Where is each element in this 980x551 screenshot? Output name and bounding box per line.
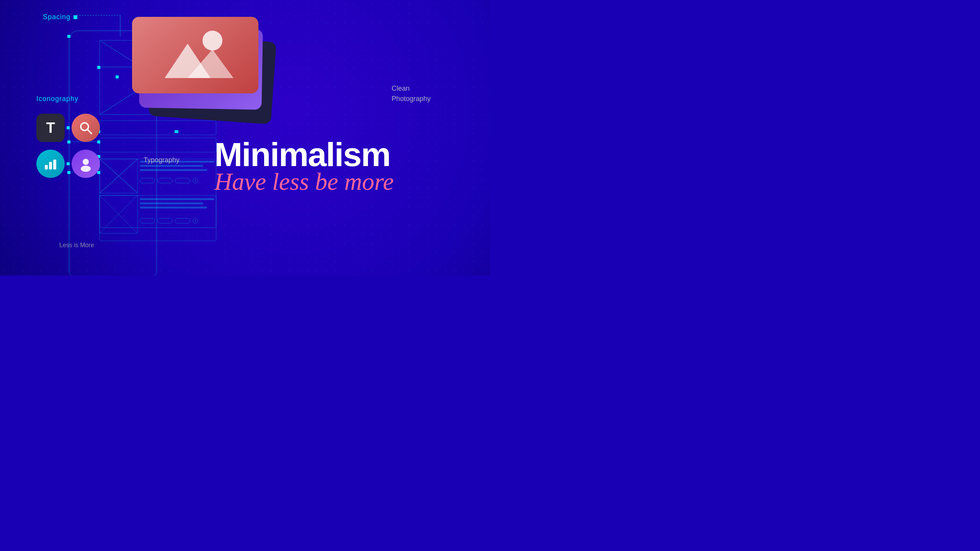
minimalism-section: Minimalism Have less be more [214,138,482,195]
photo-card-main [132,17,258,93]
wireframe-text-lines-2 [140,198,214,211]
svg-rect-23 [45,165,48,170]
minimalism-title: Minimalism [214,138,482,171]
svg-rect-20 [157,77,234,86]
iconography-label: Iconography [36,95,100,103]
icon-connector-dot-1 [67,126,70,129]
wf-btn-1 [140,178,155,183]
iconography-section: Iconography T [36,95,100,178]
wf-btn-plus: + [193,178,198,183]
wf-line-2-3 [140,207,207,209]
icon-search [72,114,100,142]
wf-btn-2 [157,178,173,183]
wireframe-card-2 [100,138,216,152]
search-icon [78,120,94,136]
svg-point-17 [203,31,222,51]
wireframe-block-2-image [100,195,138,233]
icon-t: T [36,114,65,142]
wf-line-2 [140,165,203,167]
spacing-label: Spacing [43,13,77,21]
spacing-indicator [74,15,77,19]
wf-line-2-2 [140,202,203,204]
clean-label-line2: Photography [392,94,431,104]
clean-label-line1: Clean [392,83,431,94]
less-is-more-label: Less is More [59,242,94,249]
typography-label: Typography [144,156,180,164]
wf-btn2-2 [157,218,173,223]
icon-user [72,150,100,178]
svg-point-27 [81,166,91,172]
wireframe-buttons-row-2: + [140,218,198,223]
photo-icon-svg [157,24,234,86]
wf-line-2-1 [140,198,214,200]
svg-rect-25 [53,160,56,170]
user-icon [78,156,94,172]
svg-point-26 [83,159,89,165]
icon-connector-dot-2 [67,162,70,165]
icon-chart [36,150,65,178]
minimalism-subtitle-text: Have less be more [214,168,394,195]
wf-btn-3 [175,178,190,183]
wf-line-3 [140,169,207,171]
spacing-text: Spacing [43,13,70,21]
wireframe-buttons-row: + [140,178,198,183]
minimalism-subtitle: Have less be more [214,168,482,195]
chart-icon [42,156,59,172]
wf-btn2-1 [140,218,155,223]
svg-rect-24 [49,162,52,170]
wf-btn2-3 [175,218,190,223]
clean-photography-label: Clean Photography [392,83,431,104]
wireframe-typography-image [100,159,138,193]
canvas: Spacing + + [0,0,490,276]
wf-btn2-plus: + [193,218,198,223]
svg-line-22 [87,129,91,134]
wireframe-card-1 [100,121,216,135]
